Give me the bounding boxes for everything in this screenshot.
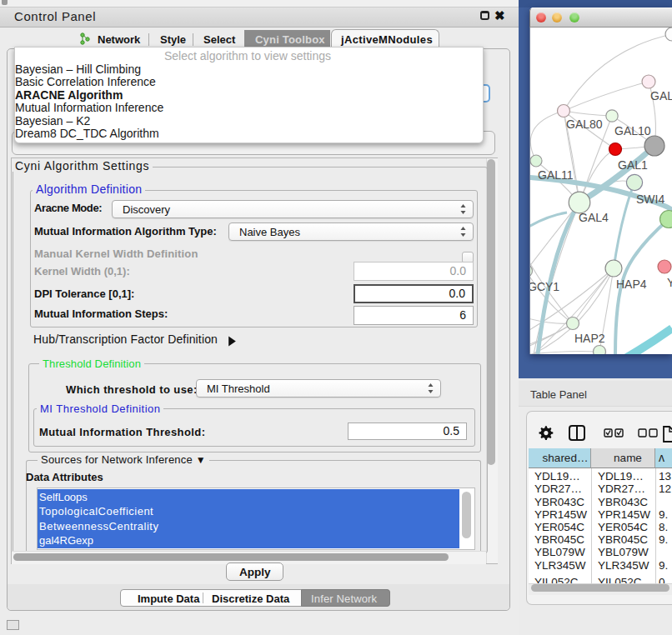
svg-text:GAL11: GAL11 [538, 168, 574, 182]
svg-text:GAL80: GAL80 [566, 118, 603, 131]
svg-text:GCY1: GCY1 [530, 280, 559, 293]
svg-text:GAL7: GAL7 [650, 89, 672, 102]
svg-text:GAL4: GAL4 [579, 211, 609, 224]
svg-text:GAL1: GAL1 [618, 158, 648, 172]
svg-text:HAP2: HAP2 [574, 332, 605, 345]
svg-text:SWI4: SWI4 [636, 192, 664, 206]
svg-text:HAP4: HAP4 [616, 278, 647, 291]
svg-text:GAL10: GAL10 [614, 124, 651, 138]
svg-text:YJ: YJ [667, 276, 672, 289]
